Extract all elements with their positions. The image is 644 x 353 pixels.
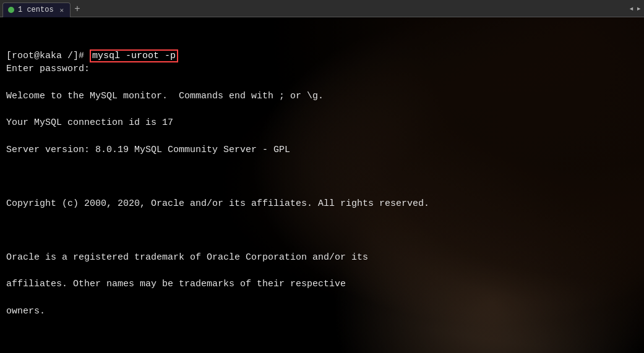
nav-right-icon[interactable]: ▸ (637, 3, 642, 14)
tab-close-button[interactable]: ✕ (60, 6, 64, 14)
output-line-3: Your MySQL connection id is 17 (6, 116, 638, 130)
output-line-6: Copyright (c) 2000, 2020, Oracle and/or … (6, 197, 638, 211)
tab-label: 1 centos (18, 6, 54, 14)
tab-status-dot (8, 7, 14, 13)
new-tab-button[interactable]: + (71, 4, 84, 14)
output-line-5 (6, 170, 638, 184)
output-line-4: Server version: 8.0.19 MySQL Community S… (6, 143, 638, 157)
tab-bar: 1 centos ✕ + ◂ ▸ (0, 0, 644, 17)
output-line-11 (6, 331, 638, 345)
tab-centos[interactable]: 1 centos ✕ (2, 2, 71, 17)
output-line-7 (6, 224, 638, 237)
highlighted-command: mysql -uroot -p (90, 49, 178, 62)
output-line-2: Welcome to the MySQL monitor. Commands e… (6, 90, 638, 103)
shell-prompt: [root@kaka /]# (6, 51, 84, 61)
output-line-10: owners. (6, 305, 638, 318)
terminal-output[interactable]: [root@kaka /]# mysql -uroot -p Enter pas… (0, 17, 644, 353)
nav-left-icon[interactable]: ◂ (629, 3, 633, 14)
output-line-8: Oracle is a registered trademark of Orac… (6, 251, 638, 265)
output-line-1: Enter password: (6, 62, 638, 76)
command-line: [root@kaka /]# mysql -uroot -p (6, 49, 638, 63)
terminal-wrapper: [root@kaka /]# mysql -uroot -p Enter pas… (0, 17, 644, 353)
nav-arrows: ◂ ▸ (629, 3, 642, 14)
output-line-9: affiliates. Other names may be trademark… (6, 278, 638, 291)
